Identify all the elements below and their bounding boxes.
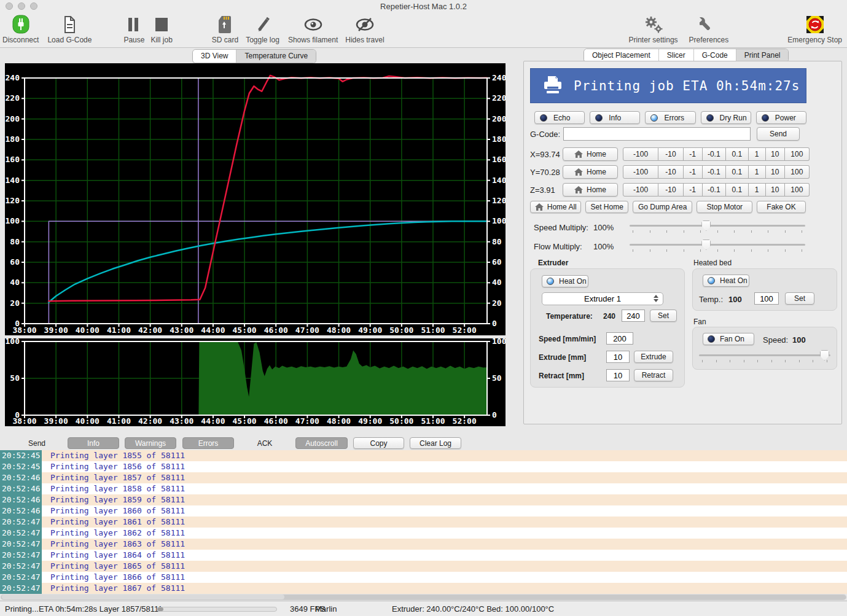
svg-text:40:00: 40:00	[76, 326, 100, 335]
home-all-button[interactable]: Home All	[530, 201, 581, 213]
fan-on-button[interactable]: Fan On	[703, 333, 754, 345]
jog--0.1-button[interactable]: -0.1	[703, 147, 726, 161]
bed-heat-on-button[interactable]: Heat On	[703, 275, 749, 287]
jog-100-button[interactable]: 100	[785, 165, 810, 179]
retract-button[interactable]: Retract	[634, 369, 673, 381]
toggle-log-button[interactable]: Toggle log	[246, 14, 279, 44]
power-toggle[interactable]: Power	[756, 111, 806, 124]
jog--100-button[interactable]: -100	[623, 183, 658, 197]
tab-g-code[interactable]: G-Code	[693, 49, 736, 62]
fake-ok-button[interactable]: Fake OK	[757, 201, 806, 213]
extruder-heat-on-button[interactable]: Heat On	[542, 275, 588, 287]
kill-job-button[interactable]: Kill job	[150, 14, 172, 44]
home-y-button[interactable]: Home	[563, 165, 618, 179]
disconnect-button[interactable]: Disconnect	[2, 14, 39, 44]
jog-10-button[interactable]: 10	[766, 165, 785, 179]
hides-travel-button[interactable]: Hides travel	[345, 14, 384, 44]
home-z-button[interactable]: Home	[563, 183, 618, 197]
x-axis-row: X=93.74 Home -100-10-1-0.10.1110100	[524, 147, 843, 161]
sd-card-button[interactable]: SD card	[212, 14, 238, 44]
tab-temperature-curve[interactable]: Temperature Curve	[236, 50, 316, 63]
speed-slider-thumb[interactable]	[701, 220, 711, 231]
jog--100-button[interactable]: -100	[623, 165, 658, 179]
extrude-length-input[interactable]: 10	[606, 351, 630, 363]
jog-1-button[interactable]: 1	[749, 165, 766, 179]
jog--10-button[interactable]: -10	[658, 147, 683, 161]
jog-1-button[interactable]: 1	[749, 147, 766, 161]
speed-multiply-slider[interactable]	[630, 220, 805, 233]
flow-multiply-slider[interactable]	[630, 239, 805, 252]
bed-temp-label: Temp.:	[699, 295, 723, 304]
home-icon	[574, 186, 583, 193]
dry-run-toggle[interactable]: Dry Run	[701, 111, 751, 124]
pause-button[interactable]: Pause	[123, 14, 144, 44]
pencil-icon	[254, 14, 271, 35]
jog--0.1-button[interactable]: -0.1	[703, 183, 726, 197]
jog-100-button[interactable]: 100	[785, 183, 810, 197]
flow-slider-thumb[interactable]	[701, 240, 711, 250]
svg-text:38:00: 38:00	[12, 326, 36, 335]
clear-log-button[interactable]: Clear Log	[410, 437, 461, 449]
horizontal-scrollbar[interactable]	[1, 594, 846, 600]
extruder-temp-input[interactable]: 240	[622, 310, 645, 322]
svg-text:20: 20	[10, 298, 20, 308]
svg-text:52:00: 52:00	[453, 326, 477, 335]
shows-filament-button[interactable]: Shows filament	[288, 14, 338, 44]
scrollbar-thumb[interactable]	[2, 595, 284, 599]
jog-0.1-button[interactable]: 0.1	[726, 183, 749, 197]
home-x-button[interactable]: Home	[563, 147, 618, 161]
go-dump-area-button[interactable]: Go Dump Area	[633, 201, 693, 213]
preferences-button[interactable]: Preferences	[689, 14, 729, 44]
jog--1-button[interactable]: -1	[684, 147, 703, 161]
tab-object-placement[interactable]: Object Placement	[584, 49, 658, 62]
extrude-button[interactable]: Extrude	[634, 351, 673, 363]
info-toggle[interactable]: Info	[590, 111, 640, 124]
set-home-button[interactable]: Set Home	[585, 201, 628, 213]
load-gcode-button[interactable]: Load G-Code	[47, 14, 92, 44]
fan-slider-thumb[interactable]	[820, 350, 829, 361]
jog-100-button[interactable]: 100	[785, 147, 810, 161]
bed-set-button[interactable]: Set	[785, 292, 814, 305]
jog--10-button[interactable]: -10	[658, 165, 683, 179]
errors-filter[interactable]: Errors	[182, 437, 234, 449]
log-row: 20:52:46Printing layer 1859 of 58111	[0, 494, 847, 505]
autoscroll-toggle[interactable]: Autoscroll	[295, 437, 348, 449]
warnings-filter[interactable]: Warnings	[125, 437, 176, 449]
jog-1-button[interactable]: 1	[749, 183, 766, 197]
echo-toggle[interactable]: Echo	[534, 111, 585, 124]
log-output: 20:52:45Printing layer 1855 of 5811120:5…	[0, 450, 847, 594]
copy-log-button[interactable]: Copy	[353, 437, 404, 449]
extruder-speed-input[interactable]: 200	[606, 332, 633, 345]
svg-text:180: 180	[6, 135, 20, 144]
log-timestamp: 20:52:45	[0, 450, 42, 461]
jog-0.1-button[interactable]: 0.1	[726, 147, 749, 161]
motion-actions-row: Home All Set Home Go Dump Area Stop Moto…	[530, 201, 806, 213]
svg-text:140: 140	[492, 176, 505, 185]
extruder-set-button[interactable]: Set	[650, 310, 677, 322]
svg-text:52:00: 52:00	[453, 416, 477, 426]
ack-filter[interactable]: ACK	[255, 439, 275, 448]
jog--100-button[interactable]: -100	[623, 147, 658, 161]
send-filter[interactable]: Send	[28, 439, 46, 448]
jog--10-button[interactable]: -10	[658, 183, 683, 197]
jog-10-button[interactable]: 10	[766, 147, 785, 161]
tab-print-panel[interactable]: Print Panel	[736, 49, 789, 62]
errors-toggle[interactable]: Errors	[645, 111, 695, 124]
jog--1-button[interactable]: -1	[684, 183, 703, 197]
bed-temp-input[interactable]: 100	[754, 292, 779, 305]
info-filter[interactable]: Info	[68, 437, 119, 449]
printer-settings-button[interactable]: Printer settings	[629, 14, 678, 44]
send-gcode-button[interactable]: Send	[757, 127, 800, 141]
jog-10-button[interactable]: 10	[766, 183, 785, 197]
jog-0.1-button[interactable]: 0.1	[726, 165, 749, 179]
jog--0.1-button[interactable]: -0.1	[703, 165, 726, 179]
fan-speed-slider[interactable]	[699, 349, 830, 363]
gcode-input[interactable]	[563, 127, 751, 141]
tab-3d-view[interactable]: 3D View	[193, 50, 236, 63]
extruder-select[interactable]: Extruder 1	[542, 292, 663, 305]
stop-motor-button[interactable]: Stop Motor	[697, 201, 752, 213]
tab-slicer[interactable]: Slicer	[658, 49, 693, 62]
emergency-stop-button[interactable]: Emergency Stop	[787, 14, 842, 44]
jog--1-button[interactable]: -1	[684, 165, 703, 179]
retract-length-input[interactable]: 10	[606, 369, 630, 381]
